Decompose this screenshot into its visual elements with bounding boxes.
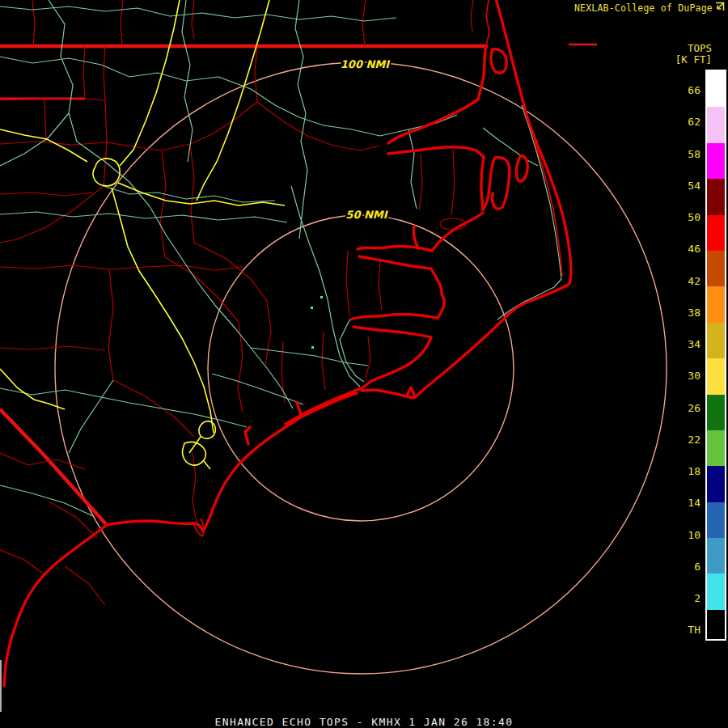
- roads-primary: [0, 0, 285, 469]
- legend-tick-label: 38: [662, 307, 700, 320]
- legend-tick-label: 26: [662, 402, 700, 415]
- currituck-mainland-shore: [478, 46, 486, 99]
- legend-color-segment: [707, 395, 725, 430]
- legend-color-segment: [707, 71, 725, 107]
- legend-tick-label: 18: [662, 465, 700, 478]
- county-lines: [0, 0, 473, 605]
- legend-color-segment: [707, 502, 725, 538]
- legend-tick-label: 46: [662, 243, 700, 256]
- currituck-inner-shore: [486, 0, 489, 45]
- city-marker: [320, 296, 323, 298]
- legend-color-segment: [707, 143, 725, 179]
- legend-color-segment: [707, 286, 725, 322]
- legend-color-segment: [707, 538, 725, 574]
- shackleford-banks: [362, 390, 413, 398]
- albemarle-north-shore: [388, 99, 478, 143]
- legend-tick-label: 66: [662, 84, 700, 97]
- legend-tick-label: 50: [662, 211, 700, 224]
- roanoke-island: [516, 156, 527, 181]
- coastline: [4, 0, 571, 686]
- pungo-river: [413, 226, 418, 248]
- legend-tick-label: 14: [662, 497, 700, 510]
- roads-secondary: [0, 0, 561, 516]
- yellow-city-loops: [93, 159, 215, 465]
- legend-title: TOPS: [639, 42, 712, 54]
- legend-tick-label: 6: [662, 561, 700, 574]
- legend-tick-label: 62: [662, 116, 700, 129]
- legend-tick-label: 34: [662, 338, 700, 351]
- legend-color-segment: [707, 466, 725, 502]
- legend-tick-label: TH: [662, 624, 700, 637]
- range-ring-50nmi: [208, 215, 514, 521]
- white-oak-inlet: [297, 402, 301, 415]
- legend-tick-label: 22: [662, 434, 700, 447]
- banks-inner-shore: [534, 140, 562, 276]
- yellow-highway-network: [0, 0, 285, 469]
- legend-color-segment: [707, 215, 725, 251]
- pamlico-river-south-neuse-north: [351, 256, 444, 320]
- legend-color-segment: [707, 107, 725, 142]
- legend-color-segment: [707, 179, 725, 214]
- legend-tick-label: 42: [662, 275, 700, 288]
- legend-color-segment: [707, 358, 725, 394]
- radar-map-canvas: 100 NMI 50 NMI: [0, 0, 728, 728]
- green-road-network: [0, 0, 561, 516]
- legend-color-segment: [707, 610, 725, 639]
- color-scale-bar: [705, 70, 726, 641]
- bogue-banks: [283, 393, 357, 429]
- nc-sc-border-line: [0, 409, 106, 524]
- legend-tick-label: 30: [662, 370, 700, 383]
- legend-color-segment: [707, 323, 725, 358]
- alligator-river-dare-shore: [483, 158, 510, 210]
- legend-color-segment: [707, 430, 725, 466]
- cod-logo-icon: [714, 2, 725, 12]
- city-marker: [311, 346, 314, 349]
- new-river-inlet: [245, 427, 250, 444]
- legend-color-segment: [707, 251, 725, 286]
- product-caption: ENHANCED ECHO TOPS - KMHX 1 JAN 26 18:40: [0, 716, 728, 728]
- legend-unit: [K FT]: [639, 53, 712, 66]
- legend-color-segment: [707, 574, 725, 609]
- ring-label-50nmi: 50 NMI: [345, 209, 388, 221]
- legend-tick-label: 2: [662, 592, 700, 605]
- county-boundary-network: [0, 0, 473, 605]
- southwest-coast: [203, 429, 283, 531]
- albemarle-south-shore: [388, 147, 484, 210]
- radar-viewer: 100 NMI 50 NMI NEXLAB-College of DuPage …: [0, 0, 728, 728]
- legend-tick-label: 10: [662, 529, 700, 542]
- range-rings: [55, 62, 667, 674]
- range-ring-100nmi: [55, 62, 667, 674]
- page-title: NEXLAB-College of DuPage: [574, 2, 713, 14]
- legend-tick-label: 54: [662, 180, 700, 193]
- neuse-south-shore-to-bogue: [286, 327, 431, 424]
- city-marker: [311, 307, 313, 309]
- ring-label-100nmi: 100 NMI: [341, 58, 391, 70]
- legend-tick-label: 58: [662, 148, 700, 161]
- knotts-island: [491, 49, 506, 74]
- city-markers: [311, 296, 323, 349]
